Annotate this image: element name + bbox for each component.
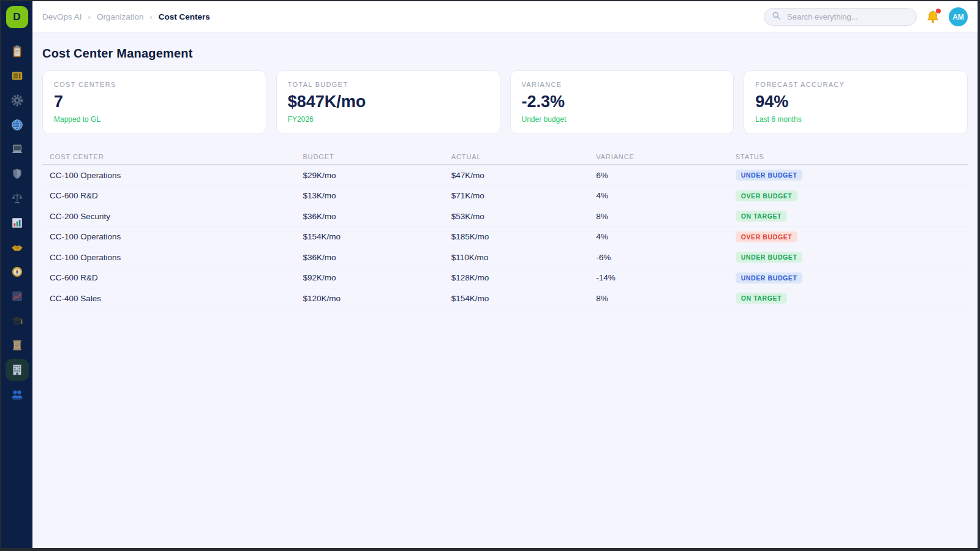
table-row: CC-100 Operations$36K/mo$110K/mo-6%UNDER… — [42, 247, 968, 268]
status-badge: ON TARGET — [736, 211, 787, 222]
table-row: CC-400 Sales$120K/mo$154K/mo8%ON TARGET — [42, 288, 968, 309]
stat-value: -2.3% — [522, 92, 723, 111]
cell-variance: 6% — [596, 171, 736, 180]
notifications-button[interactable] — [925, 10, 940, 24]
status-badge: UNDER BUDGET — [736, 272, 803, 283]
breadcrumb-item-organization[interactable]: Organization — [97, 12, 144, 21]
sidebar-item-gear[interactable] — [6, 89, 29, 111]
search-input[interactable] — [786, 12, 909, 22]
sidebar-item-office-building[interactable] — [6, 359, 29, 381]
cell-actual: $53K/mo — [451, 212, 596, 221]
breadcrumb-item-cost-centers: Cost Centers — [159, 12, 210, 21]
cell-cost-center: CC-600 R&D — [50, 191, 303, 200]
chevron-right-icon: › — [149, 12, 152, 21]
table-header: COST CENTERBUDGETACTUALVARIANCESTATUS — [42, 149, 968, 165]
sidebar-item-chart-up[interactable] — [6, 285, 29, 307]
app-window: D DevOps AI›Organization›Cost Centers — [0, 0, 980, 551]
table-body: CC-100 Operations$29K/mo$47K/mo6%UNDER B… — [42, 165, 968, 309]
cell-budget: $13K/mo — [303, 191, 451, 200]
shield-icon — [10, 167, 24, 181]
cell-status: UNDER BUDGET — [736, 252, 960, 263]
stat-value: 7 — [54, 92, 255, 111]
breadcrumb: DevOps AI›Organization›Cost Centers — [42, 12, 210, 21]
stat-label: COST CENTERS — [54, 81, 255, 88]
page-content: Cost Center Management COST CENTERS 7 Ma… — [32, 33, 978, 548]
sidebar: D — [1, 1, 32, 548]
sidebar-item-handshake[interactable] — [6, 236, 29, 258]
stat-sub: Under budget — [522, 115, 723, 124]
cell-status: ON TARGET — [736, 211, 960, 222]
table-row: CC-600 R&D$13K/mo$71K/mo4%OVER BUDGET — [42, 186, 968, 207]
cell-variance: 8% — [596, 294, 736, 303]
sidebar-item-graduation-cap[interactable] — [6, 310, 29, 332]
globe-icon — [10, 118, 24, 132]
cell-status: ON TARGET — [736, 293, 960, 304]
stat-label: FORECAST ACCURACY — [755, 81, 956, 88]
gear-icon — [10, 94, 24, 107]
table-row: CC-100 Operations$29K/mo$47K/mo6%UNDER B… — [42, 165, 968, 186]
stat-value: 94% — [755, 92, 956, 111]
sidebar-item-clipboard[interactable] — [6, 40, 29, 62]
table-row: CC-600 R&D$92K/mo$128K/mo-14%UNDER BUDGE… — [42, 268, 968, 289]
clipboard-icon — [10, 45, 24, 58]
scroll-icon — [10, 339, 24, 352]
stat-sub: FY2026 — [288, 115, 489, 124]
search-icon — [772, 11, 781, 23]
sidebar-item-people[interactable] — [6, 383, 29, 405]
table-row: CC-200 Security$36K/mo$53K/mo8%ON TARGET — [42, 206, 968, 227]
cell-status: UNDER BUDGET — [736, 272, 960, 283]
stat-label: VARIANCE — [522, 81, 723, 88]
cell-cost-center: CC-600 R&D — [50, 273, 303, 282]
cell-actual: $71K/mo — [451, 191, 596, 200]
sidebar-item-scales[interactable] — [6, 187, 29, 209]
search-box[interactable] — [764, 8, 917, 26]
status-badge: UNDER BUDGET — [736, 252, 803, 263]
cell-actual: $110K/mo — [451, 253, 596, 262]
cell-cost-center: CC-200 Security — [50, 212, 303, 221]
status-badge: OVER BUDGET — [736, 190, 798, 201]
cell-variance: 4% — [596, 232, 736, 241]
sidebar-item-control-knobs[interactable] — [6, 65, 29, 87]
stat-label: TOTAL BUDGET — [288, 81, 489, 88]
status-badge: ON TARGET — [736, 293, 787, 304]
cell-status: UNDER BUDGET — [736, 170, 960, 181]
column-header-cost-center: COST CENTER — [50, 153, 303, 160]
cell-budget: $36K/mo — [303, 212, 451, 221]
sidebar-item-laptop[interactable] — [6, 138, 29, 160]
sidebar-item-bar-chart[interactable] — [6, 212, 29, 234]
cell-actual: $47K/mo — [451, 171, 596, 180]
people-icon — [10, 388, 24, 401]
handshake-icon — [10, 241, 24, 254]
stat-value: $847K/mo — [288, 92, 489, 111]
sidebar-item-scroll[interactable] — [6, 334, 29, 356]
cell-variance: 8% — [596, 212, 736, 221]
stat-sub: Last 6 months — [755, 115, 956, 124]
chevron-right-icon: › — [88, 12, 91, 21]
cell-variance: -14% — [596, 273, 736, 282]
table-row: CC-100 Operations$154K/mo$185K/mo4%OVER … — [42, 227, 968, 248]
cell-cost-center: CC-100 Operations — [50, 232, 303, 241]
cell-actual: $185K/mo — [451, 232, 596, 241]
sidebar-nav — [6, 40, 29, 405]
bar-chart-icon — [10, 216, 24, 230]
stat-sub: Mapped to GL — [54, 115, 255, 124]
notification-dot — [936, 9, 941, 13]
stat-cards: COST CENTERS 7 Mapped to GL TOTAL BUDGET… — [42, 70, 968, 134]
sidebar-item-shield[interactable] — [6, 163, 29, 185]
topbar: DevOps AI›Organization›Cost Centers AM — [32, 1, 978, 33]
table-header-row: COST CENTERBUDGETACTUALVARIANCESTATUS — [42, 149, 968, 165]
page-title: Cost Center Management — [42, 47, 968, 61]
breadcrumb-item-devops-ai[interactable]: DevOps AI — [42, 12, 82, 21]
column-header-variance: VARIANCE — [596, 153, 736, 160]
app-logo[interactable]: D — [6, 6, 28, 28]
sidebar-item-globe[interactable] — [6, 114, 29, 136]
sidebar-item-compass[interactable] — [6, 261, 29, 283]
status-badge: OVER BUDGET — [736, 231, 798, 242]
office-building-icon — [10, 363, 24, 377]
stat-card-forecast-accuracy: FORECAST ACCURACY 94% Last 6 months — [744, 70, 968, 134]
user-avatar[interactable]: AM — [949, 7, 968, 26]
cell-budget: $120K/mo — [303, 294, 451, 303]
cell-actual: $128K/mo — [451, 273, 596, 282]
bell-icon — [925, 16, 940, 26]
cell-status: OVER BUDGET — [736, 231, 960, 242]
